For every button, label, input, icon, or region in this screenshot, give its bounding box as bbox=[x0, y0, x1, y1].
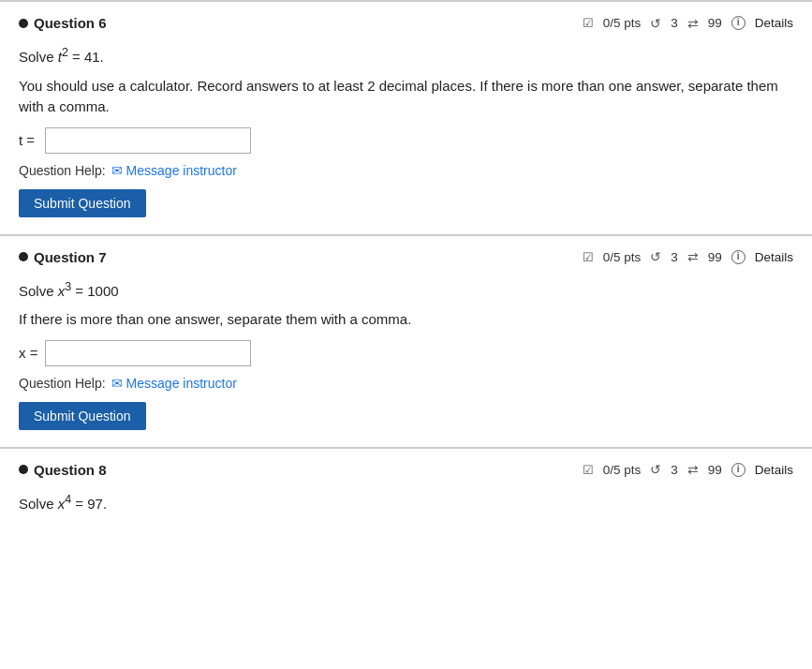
details-link-q7[interactable]: Details bbox=[755, 250, 793, 264]
question-7-body: Solve x3 = 1000 If there is more than on… bbox=[19, 278, 793, 331]
question-6-bullet bbox=[19, 19, 28, 28]
question-7-header: Question 7 ☑ 0/5 pts ↺ 3 ⇄ 99 i Details bbox=[19, 249, 793, 265]
retry-icon-q8: ↺ bbox=[650, 462, 661, 477]
question-6-problem: Solve t2 = 41. bbox=[19, 44, 793, 68]
question-6-pts: 0/5 pts bbox=[603, 16, 642, 30]
question-8-header: Question 8 ☑ 0/5 pts ↺ 3 ⇄ 99 i Details bbox=[19, 462, 793, 478]
question-6-input-label: t = bbox=[19, 132, 39, 148]
question-8-block: Question 8 ☑ 0/5 pts ↺ 3 ⇄ 99 i Details … bbox=[0, 447, 812, 542]
question-8-bullet bbox=[19, 465, 28, 474]
question-8-retries: 3 bbox=[671, 463, 678, 477]
question-6-title: Question 6 bbox=[19, 15, 107, 31]
question-7-instructions: If there is more than one answer, separa… bbox=[19, 309, 793, 331]
submit-question-7-button[interactable]: Submit Question bbox=[19, 402, 146, 430]
question-7-retries: 3 bbox=[671, 250, 678, 264]
question-8-pts: 0/5 pts bbox=[603, 463, 642, 477]
retry-icon-q6: ↺ bbox=[650, 16, 661, 31]
question-6-help-label: Question Help: bbox=[19, 163, 106, 178]
question-6-header: Question 6 ☑ 0/5 pts ↺ 3 ⇄ 99 i Details bbox=[19, 15, 793, 31]
question-7-pts: 0/5 pts bbox=[603, 250, 642, 264]
info-icon-q7[interactable]: i bbox=[731, 250, 746, 264]
question-7-title: Question 7 bbox=[19, 249, 107, 265]
details-link-q6[interactable]: Details bbox=[755, 16, 793, 30]
question-6-retries: 3 bbox=[671, 16, 678, 30]
question-6-help: Question Help: ✉ Message instructor bbox=[19, 163, 793, 178]
page: Question 6 ☑ 0/5 pts ↺ 3 ⇄ 99 i Details … bbox=[0, 0, 812, 669]
question-8-attempts: 99 bbox=[708, 463, 722, 477]
check-icon-q7: ☑ bbox=[583, 250, 594, 264]
mail-icon-q7: ✉ bbox=[111, 376, 123, 391]
question-8-title: Question 8 bbox=[19, 462, 107, 478]
retry-icon-q7: ↺ bbox=[650, 249, 661, 264]
question-6-answer-input[interactable] bbox=[45, 127, 251, 154]
question-6-number: Question 6 bbox=[34, 15, 107, 31]
question-8-number: Question 8 bbox=[34, 462, 107, 478]
question-8-body: Solve x4 = 97. bbox=[19, 491, 793, 515]
question-7-meta: ☑ 0/5 pts ↺ 3 ⇄ 99 i Details bbox=[583, 249, 793, 264]
submit-question-6-button[interactable]: Submit Question bbox=[19, 189, 146, 217]
question-6-body: Solve t2 = 41. You should use a calculat… bbox=[19, 44, 793, 118]
question-7-problem: Solve x3 = 1000 bbox=[19, 278, 793, 303]
question-6-meta: ☑ 0/5 pts ↺ 3 ⇄ 99 i Details bbox=[583, 16, 793, 31]
check-icon-q8: ☑ bbox=[583, 463, 594, 477]
info-icon-q6[interactable]: i bbox=[731, 16, 746, 30]
question-6-instructions: You should use a calculator. Record answ… bbox=[19, 76, 793, 118]
question-7-bullet bbox=[19, 252, 28, 261]
message-instructor-link-q7[interactable]: ✉ Message instructor bbox=[111, 376, 237, 391]
message-instructor-link-q6[interactable]: ✉ Message instructor bbox=[111, 163, 237, 178]
question-7-help: Question Help: ✉ Message instructor bbox=[19, 376, 793, 391]
question-8-meta: ☑ 0/5 pts ↺ 3 ⇄ 99 i Details bbox=[583, 462, 793, 477]
sync-icon-q8: ⇄ bbox=[687, 462, 699, 477]
question-8-problem: Solve x4 = 97. bbox=[19, 491, 793, 515]
question-6-block: Question 6 ☑ 0/5 pts ↺ 3 ⇄ 99 i Details … bbox=[0, 0, 812, 234]
sync-icon-q7: ⇄ bbox=[687, 249, 699, 264]
question-7-input-row: x = bbox=[19, 340, 793, 366]
question-7-answer-input[interactable] bbox=[45, 340, 251, 366]
question-6-attempts: 99 bbox=[708, 16, 722, 30]
mail-icon-q6: ✉ bbox=[111, 163, 123, 178]
question-7-input-label: x = bbox=[19, 345, 39, 361]
question-7-help-label: Question Help: bbox=[19, 376, 106, 391]
question-7-attempts: 99 bbox=[708, 250, 722, 264]
sync-icon-q6: ⇄ bbox=[687, 16, 699, 31]
check-icon-q6: ☑ bbox=[583, 16, 594, 30]
question-7-number: Question 7 bbox=[34, 249, 107, 265]
details-link-q8[interactable]: Details bbox=[755, 463, 793, 477]
info-icon-q8[interactable]: i bbox=[731, 463, 746, 477]
question-6-input-row: t = bbox=[19, 127, 793, 154]
question-7-block: Question 7 ☑ 0/5 pts ↺ 3 ⇄ 99 i Details … bbox=[0, 234, 812, 447]
